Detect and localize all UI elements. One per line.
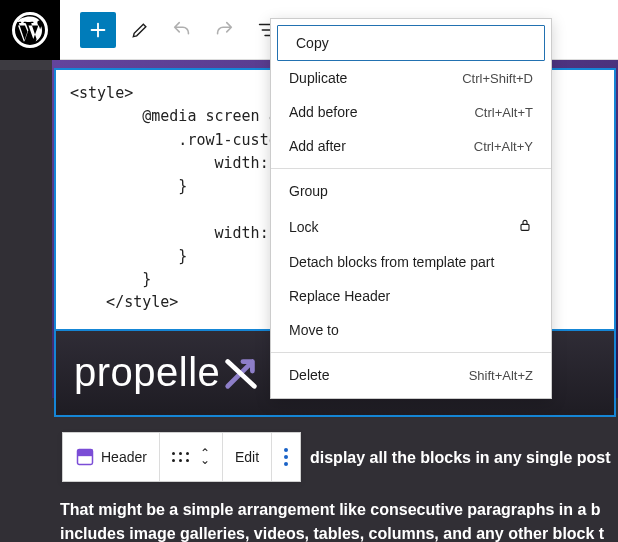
menu-move-to-label: Move to [289, 322, 339, 338]
more-vertical-icon [284, 448, 288, 466]
logo-text-main: propelle [74, 350, 220, 395]
menu-add-before-shortcut: Ctrl+Alt+T [474, 105, 533, 120]
block-options-menu: Copy Duplicate Ctrl+Shift+D Add before C… [270, 18, 552, 399]
block-type-label: Header [101, 449, 147, 465]
menu-detach-label: Detach blocks from template part [289, 254, 494, 270]
menu-replace-header[interactable]: Replace Header [271, 279, 551, 313]
edit-template-button[interactable]: Edit [223, 433, 272, 481]
plus-icon [87, 19, 109, 41]
menu-delete[interactable]: Delete Shift+Alt+Z [271, 358, 551, 392]
menu-separator-2 [271, 352, 551, 353]
menu-delete-shortcut: Shift+Alt+Z [469, 368, 533, 383]
move-up-down-icon: ⌃⌄ [200, 450, 210, 463]
menu-delete-label: Delete [289, 367, 329, 383]
drag-handle-icon [172, 452, 190, 463]
menu-add-after[interactable]: Add after Ctrl+Alt+Y [271, 129, 551, 163]
wordpress-logo[interactable] [0, 0, 60, 60]
logo-text-x [222, 350, 260, 395]
menu-group[interactable]: Group [271, 174, 551, 208]
menu-add-before[interactable]: Add before Ctrl+Alt+T [271, 95, 551, 129]
svg-rect-2 [78, 450, 93, 457]
logo-x-arrow-icon [222, 354, 260, 392]
redo-icon [213, 19, 235, 41]
menu-lock-label: Lock [289, 219, 319, 235]
undo-icon [171, 19, 193, 41]
menu-copy-label: Copy [296, 35, 329, 51]
page-text-2: That might be a simple arrangement like … [60, 498, 618, 523]
menu-replace-label: Replace Header [289, 288, 390, 304]
menu-move-to[interactable]: Move to [271, 313, 551, 347]
edit-mode-button[interactable] [122, 12, 158, 48]
menu-duplicate-shortcut: Ctrl+Shift+D [462, 71, 533, 86]
redo-button[interactable] [206, 12, 242, 48]
menu-add-after-label: Add after [289, 138, 346, 154]
wordpress-icon [12, 12, 48, 48]
block-toolbar: Header ⌃⌄ Edit [62, 432, 301, 482]
pencil-icon [130, 20, 150, 40]
menu-add-before-label: Add before [289, 104, 358, 120]
menu-group-label: Group [289, 183, 328, 199]
menu-separator [271, 168, 551, 169]
lock-icon [517, 217, 533, 236]
menu-lock[interactable]: Lock [271, 208, 551, 245]
page-text-1: display all the blocks in any single pos… [310, 446, 618, 471]
template-part-icon [75, 447, 95, 467]
menu-duplicate-label: Duplicate [289, 70, 347, 86]
svg-rect-3 [521, 224, 529, 230]
block-type-button[interactable]: Header [63, 433, 160, 481]
menu-detach[interactable]: Detach blocks from template part [271, 245, 551, 279]
edit-label: Edit [235, 449, 259, 465]
undo-button[interactable] [164, 12, 200, 48]
site-logo-text: propelle [74, 350, 260, 395]
add-block-button[interactable] [80, 12, 116, 48]
menu-duplicate[interactable]: Duplicate Ctrl+Shift+D [271, 61, 551, 95]
menu-add-after-shortcut: Ctrl+Alt+Y [474, 139, 533, 154]
block-options-button[interactable] [272, 433, 300, 481]
block-mover[interactable]: ⌃⌄ [160, 433, 223, 481]
page-text-3: includes image galleries, videos, tables… [60, 522, 618, 542]
menu-copy[interactable]: Copy [277, 25, 545, 61]
